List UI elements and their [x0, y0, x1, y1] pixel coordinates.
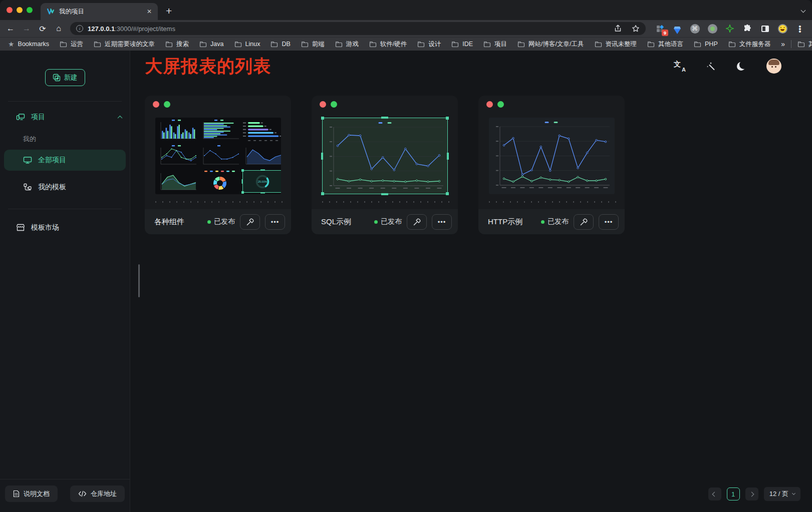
bookmarks-root[interactable]: ★ Bookmarks: [8, 40, 49, 48]
docs-button-label: 说明文档: [24, 489, 50, 498]
bookmark-star-icon[interactable]: [632, 25, 640, 33]
bookmarks-bar: ★ Bookmarks 运营近期需要读的文章搜索JavaLinuxDB前端游戏软…: [0, 37, 812, 51]
hammer-icon: [246, 218, 254, 226]
bookmarks-divider: [791, 40, 791, 48]
other-bookmarks-folder[interactable]: 其他书签: [797, 40, 812, 49]
more-button[interactable]: •••: [432, 214, 452, 230]
window-zoom-button[interactable]: [27, 7, 33, 13]
more-button[interactable]: •••: [599, 214, 619, 230]
page-size-select[interactable]: 12 / 页: [764, 487, 800, 501]
card-green-dot: [164, 101, 170, 108]
extension-star-icon[interactable]: [725, 24, 735, 34]
bookmark-folder[interactable]: 项目: [483, 40, 507, 49]
new-project-button[interactable]: 新建: [45, 69, 85, 86]
bookmark-folder-label: 资讯未整理: [606, 40, 637, 49]
bookmark-folder[interactable]: 软件/硬件: [369, 40, 407, 49]
dotted-divider: [484, 201, 619, 203]
template-icon: [23, 183, 32, 192]
edit-button[interactable]: [574, 214, 594, 230]
sidebar-item-label: 全部项目: [38, 156, 66, 165]
bookmark-folder[interactable]: 近期需要读的文章: [94, 40, 155, 49]
magic-wand-icon[interactable]: [706, 61, 716, 71]
card-red-dot: [486, 101, 493, 108]
home-button[interactable]: ⌂: [51, 22, 66, 36]
bookmark-folder-label: 搜索: [176, 40, 189, 49]
project-card[interactable]: SQL示例 已发布 •••: [312, 96, 458, 234]
browser-menu-icon[interactable]: •••: [795, 24, 805, 34]
bookmark-folder[interactable]: Java: [199, 40, 223, 49]
language-toggle-icon[interactable]: 文A: [674, 61, 685, 71]
bookmark-folder[interactable]: 游戏: [335, 40, 359, 49]
card-title: SQL示例: [321, 217, 351, 227]
docs-button[interactable]: 说明文档: [5, 485, 58, 502]
extension-record-icon[interactable]: [707, 24, 717, 34]
bookmark-folder[interactable]: 运营: [60, 40, 83, 49]
user-avatar[interactable]: [766, 59, 781, 74]
star-icon: ★: [8, 40, 15, 48]
sidebar-footer: 说明文档 仓库地址: [0, 479, 130, 512]
bookmark-folder[interactable]: 资讯未整理: [595, 40, 637, 49]
project-card[interactable]: HTTP示例 已发布 •••: [478, 96, 625, 234]
bookmark-folder-label: DB: [282, 41, 290, 48]
bookmark-folder-label: PHP: [705, 41, 718, 48]
sidebar-group-project[interactable]: 项目: [0, 102, 130, 122]
sidebar-item-my-templates[interactable]: 我的模板: [4, 177, 126, 198]
next-page-button[interactable]: [745, 487, 758, 500]
bookmark-folder[interactable]: 搜索: [165, 40, 189, 49]
collapse-chevron-icon[interactable]: [118, 115, 123, 120]
bookmarks-overflow-chevron[interactable]: »: [781, 40, 785, 48]
new-tab-button[interactable]: +: [166, 5, 172, 17]
side-panel-icon[interactable]: [760, 24, 770, 34]
card-title: HTTP示例: [488, 217, 522, 227]
bookmark-folder-label: 游戏: [346, 40, 359, 49]
back-button[interactable]: ←: [3, 22, 18, 36]
bookmark-folder[interactable]: DB: [270, 40, 290, 49]
bookmark-folder-label: 其他语言: [658, 40, 683, 49]
current-page[interactable]: 1: [727, 487, 740, 500]
card-preview-chart: 25.00%: [155, 118, 281, 194]
bookmark-folder[interactable]: 网站/博客/文章/工具: [517, 40, 584, 49]
prev-page-button[interactable]: [708, 487, 721, 500]
sidebar-divider: [8, 209, 122, 209]
tab-close-icon[interactable]: ✕: [147, 8, 152, 15]
edit-button[interactable]: [240, 214, 260, 230]
svg-text:25.00%: 25.00%: [257, 180, 267, 183]
bookmark-folder[interactable]: 文件服务器: [728, 40, 771, 49]
browser-tab[interactable]: 我的项目 ✕: [41, 3, 158, 20]
content-scrollbar[interactable]: [138, 264, 140, 297]
extension-grid-icon[interactable]: 9: [655, 24, 665, 34]
edit-button[interactable]: [407, 214, 427, 230]
share-icon[interactable]: [614, 25, 622, 33]
main-content: 大屏报表的列表 文A 25.00% 各: [130, 51, 812, 512]
browser-tab-strip: 我的项目 ✕ +: [0, 0, 812, 20]
address-bar[interactable]: i 127.0.0.1:3000/#/project/items: [70, 22, 646, 35]
reload-button[interactable]: ⟳: [35, 22, 50, 36]
card-preview-chart: [489, 118, 615, 194]
window-minimize-button[interactable]: [17, 7, 23, 13]
project-card[interactable]: 25.00% 各种组件 已发布 •••: [145, 96, 291, 234]
dark-mode-icon[interactable]: [737, 62, 745, 71]
repository-button[interactable]: 仓库地址: [70, 485, 125, 502]
more-button[interactable]: •••: [265, 214, 285, 230]
tab-search-chevron-icon[interactable]: [801, 5, 805, 14]
extension-gem-icon[interactable]: [672, 24, 682, 34]
bookmark-folder-label: Java: [210, 41, 223, 48]
bookmark-folder[interactable]: 其他语言: [647, 40, 683, 49]
bookmark-folder[interactable]: IDE: [451, 40, 473, 49]
bookmark-folder[interactable]: 设计: [417, 40, 441, 49]
bookmark-folder-label: 项目: [494, 40, 507, 49]
extensions-puzzle-icon[interactable]: [742, 24, 752, 34]
bookmark-folder[interactable]: 前端: [301, 40, 325, 49]
status-label: 已发布: [214, 217, 235, 226]
bookmark-folder[interactable]: Linux: [234, 40, 260, 49]
emoji-extension-icon[interactable]: [777, 24, 787, 34]
sidebar-item-all-projects[interactable]: 全部项目: [4, 150, 126, 171]
bookmark-folder[interactable]: PHP: [694, 40, 718, 49]
extension-command-icon[interactable]: ⌘: [690, 24, 700, 34]
site-info-icon[interactable]: i: [76, 25, 83, 32]
sidebar-item-template-market[interactable]: 模板市场: [4, 217, 126, 238]
window-close-button[interactable]: [7, 7, 13, 13]
url-host: 127.0.0.1: [88, 25, 115, 33]
card-red-dot: [153, 101, 159, 108]
forward-button[interactable]: →: [19, 22, 34, 36]
